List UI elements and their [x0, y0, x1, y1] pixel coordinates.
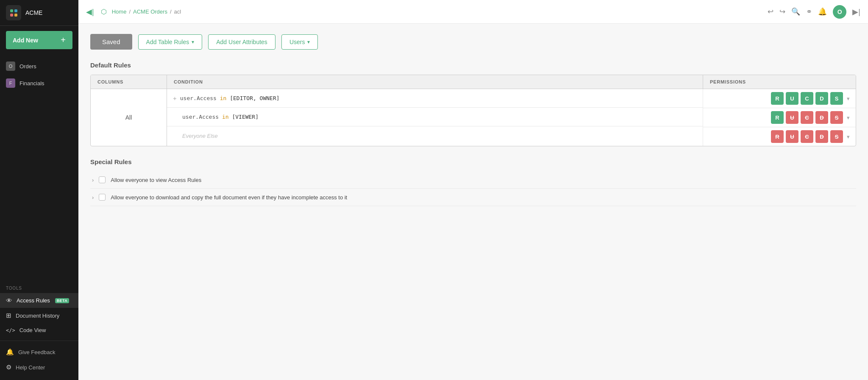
- download-copy-label: Allow everyone to download and copy the …: [111, 194, 347, 201]
- rules-table: COLUMNS CONDITION PERMISSIONS All + user…: [90, 75, 856, 146]
- redo-button[interactable]: ↪: [779, 7, 785, 16]
- perm-u-1[interactable]: U: [786, 92, 798, 105]
- permissions-header: PERMISSIONS: [703, 75, 856, 89]
- columns-header: COLUMNS: [91, 75, 167, 89]
- breadcrumb-doc[interactable]: ACME Orders: [133, 8, 167, 15]
- undo-button[interactable]: ↩: [768, 7, 773, 16]
- sidebar-nav: O Orders F Financials: [0, 54, 78, 280]
- expand-view-access-button[interactable]: ›: [92, 177, 94, 183]
- app-logo: [6, 5, 21, 20]
- breadcrumb-page: acl: [174, 8, 181, 15]
- sidebar-bottom: 🔔 Give Feedback ⚙ Help Center: [0, 341, 78, 380]
- users-button[interactable]: Users ▾: [281, 34, 318, 50]
- add-table-rules-button[interactable]: Add Table Rules ▾: [138, 34, 203, 50]
- beta-badge: BETA: [55, 298, 69, 303]
- history-icon: ⊞: [6, 312, 11, 319]
- add-new-button[interactable]: Add New +: [6, 31, 72, 49]
- table-header: COLUMNS CONDITION PERMISSIONS: [91, 75, 856, 89]
- perm-s-3[interactable]: S: [830, 130, 843, 143]
- perm-c-3[interactable]: C: [801, 130, 813, 143]
- perm-row-2: R U C D S ▾: [703, 108, 856, 127]
- sidebar-item-give-feedback[interactable]: 🔔 Give Feedback: [0, 344, 78, 360]
- add-user-attributes-button[interactable]: Add User Attributes: [208, 34, 275, 50]
- condition-code-1: user.Access in [EDITOR, OWNER]: [180, 95, 280, 101]
- financials-icon: F: [6, 78, 15, 88]
- code-icon: </>: [6, 327, 15, 333]
- condition-row-3: Everyone Else: [167, 126, 703, 145]
- perm-r-3[interactable]: R: [771, 130, 784, 143]
- app-title: ACME: [25, 9, 42, 16]
- saved-button[interactable]: Saved: [90, 34, 132, 50]
- feedback-icon: 🔔: [6, 348, 14, 356]
- special-rule-download-copy: › Allow everyone to download and copy th…: [90, 189, 856, 206]
- perm-row-2-chevron-icon[interactable]: ▾: [847, 115, 850, 121]
- condition-header: CONDITION: [167, 75, 703, 89]
- perm-s-1[interactable]: S: [830, 92, 843, 105]
- special-rule-view-access: › Allow everyone to view Access Rules: [90, 171, 856, 189]
- special-rules-title: Special Rules: [90, 158, 856, 165]
- sidebar-item-code-view[interactable]: </> Code View: [0, 323, 78, 337]
- perm-row-3-chevron-icon[interactable]: ▾: [847, 134, 850, 140]
- user-avatar[interactable]: O: [833, 5, 846, 19]
- view-access-label: Allow everyone to view Access Rules: [111, 177, 201, 183]
- sidebar-header: ACME: [0, 0, 78, 26]
- content: Saved Add Table Rules ▾ Add User Attribu…: [78, 24, 868, 380]
- condition-row-2: user.Access in [VIEWER]: [167, 108, 703, 126]
- perm-row-3: R U C D S ▾: [703, 127, 856, 146]
- sidebar-item-financials[interactable]: F Financials: [0, 75, 78, 92]
- everyone-else-label: Everyone Else: [173, 133, 218, 139]
- perm-row-1-chevron-icon[interactable]: ▾: [847, 95, 850, 102]
- add-new-plus-icon: +: [61, 35, 66, 45]
- users-chevron-icon: ▾: [307, 39, 310, 45]
- sidebar-item-orders[interactable]: O Orders: [0, 58, 78, 75]
- perm-row-1: R U C D S ▾: [703, 89, 856, 108]
- perm-c-1[interactable]: C: [801, 92, 813, 105]
- view-access-checkbox[interactable]: [99, 176, 106, 183]
- perm-d-1[interactable]: D: [815, 92, 828, 105]
- tools-section: TOOLS 👁 Access Rules BETA ⊞ Document His…: [0, 280, 78, 341]
- main-area: ◀| ⬡ Home / ACME Orders / acl ↩ ↪ 🔍 ⚭ 🔔 …: [78, 0, 868, 380]
- breadcrumb-home[interactable]: Home: [112, 8, 127, 15]
- eye-icon: 👁: [6, 297, 12, 304]
- doc-icon: ⬡: [101, 8, 107, 16]
- download-copy-checkbox[interactable]: [99, 194, 106, 201]
- perm-r-2[interactable]: R: [771, 111, 784, 124]
- breadcrumb-sep1: /: [129, 8, 131, 15]
- condition-row-1: + user.Access in [EDITOR, OWNER]: [167, 89, 703, 108]
- perm-c-2[interactable]: C: [801, 111, 813, 124]
- add-table-rules-chevron-icon: ▾: [192, 39, 194, 45]
- expand-download-copy-button[interactable]: ›: [92, 194, 94, 201]
- search-button[interactable]: 🔍: [791, 7, 800, 16]
- perm-d-2[interactable]: D: [815, 111, 828, 124]
- conditions-cell: + user.Access in [EDITOR, OWNER] user.Ac…: [167, 89, 703, 146]
- breadcrumb: Home / ACME Orders / acl: [112, 8, 763, 15]
- add-condition-button[interactable]: +: [173, 95, 177, 102]
- sidebar: ACME Add New + O Orders F Financials TOO…: [0, 0, 78, 380]
- action-bar: Saved Add Table Rules ▾ Add User Attribu…: [90, 34, 856, 50]
- sidebar-item-document-history[interactable]: ⊞ Document History: [0, 308, 78, 323]
- perm-r-1[interactable]: R: [771, 92, 784, 105]
- expand-panel-button[interactable]: ▶|: [852, 7, 860, 17]
- default-rules-title: Default Rules: [90, 61, 856, 69]
- perm-u-2[interactable]: U: [786, 111, 798, 124]
- topbar-actions: ↩ ↪ 🔍 ⚭ 🔔 O ▶|: [768, 5, 860, 19]
- all-columns-cell: All: [91, 89, 167, 146]
- sidebar-collapse-button[interactable]: ◀|: [86, 7, 94, 17]
- help-icon: ⚙: [6, 363, 11, 371]
- breadcrumb-sep2: /: [170, 8, 172, 15]
- perm-s-2[interactable]: S: [830, 111, 843, 124]
- condition-code-2: user.Access in [VIEWER]: [173, 114, 259, 120]
- perm-u-3[interactable]: U: [786, 130, 798, 143]
- orders-icon: O: [6, 61, 15, 71]
- sidebar-item-access-rules[interactable]: 👁 Access Rules BETA: [0, 293, 78, 308]
- notifications-button[interactable]: 🔔: [818, 7, 827, 16]
- topbar: ◀| ⬡ Home / ACME Orders / acl ↩ ↪ 🔍 ⚭ 🔔 …: [78, 0, 868, 24]
- perm-d-3[interactable]: D: [815, 130, 828, 143]
- sidebar-item-help-center[interactable]: ⚙ Help Center: [0, 360, 78, 375]
- table-body: All + user.Access in [EDITOR, OWNER]: [91, 89, 856, 146]
- share-button[interactable]: ⚭: [806, 7, 812, 16]
- tools-label: TOOLS: [0, 283, 78, 293]
- special-rules-section: Special Rules › Allow everyone to view A…: [90, 158, 856, 206]
- perms-cell: R U C D S ▾ R U C D S ▾: [703, 89, 856, 146]
